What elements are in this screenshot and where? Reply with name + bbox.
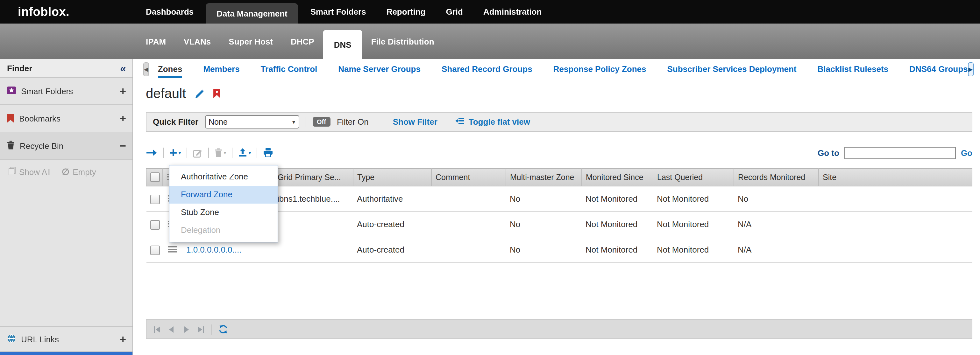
menu-item-stub-zone[interactable]: Stub Zone	[169, 204, 278, 221]
cell-monitored-since: Not Monitored	[582, 186, 653, 212]
goto-input[interactable]	[844, 147, 956, 159]
add-smart-folder-button[interactable]: +	[120, 86, 126, 97]
sidebar-item-smart-folders[interactable]: Smart Folders +	[0, 78, 132, 105]
cell-last-queried: Not Monitored	[653, 237, 734, 262]
subnav-super-host[interactable]: Super Host	[220, 36, 282, 46]
subnav-file-distribution[interactable]: File Distribution	[362, 36, 443, 46]
subnav-dhcp[interactable]: DHCP	[282, 36, 323, 46]
tab-dns64-groups[interactable]: DNS64 Groups	[909, 64, 968, 74]
row-checkbox[interactable]	[150, 194, 159, 204]
globe-icon	[7, 334, 16, 344]
sidebar-item-label: Smart Folders	[21, 86, 115, 96]
finder-sidebar: Finder « Smart Folders + Bookmarks + Rec	[0, 59, 133, 355]
cell-multi-master: No	[506, 212, 582, 237]
filter-off-toggle[interactable]: Off	[312, 117, 331, 127]
toggle-flat-view-link[interactable]: Toggle flat view	[455, 117, 530, 127]
add-url-link-button[interactable]: +	[120, 334, 126, 344]
refresh-icon[interactable]	[218, 325, 228, 334]
row-checkbox[interactable]	[150, 245, 159, 255]
cell-comment	[431, 186, 506, 212]
tab-response-policy-zones[interactable]: Response Policy Zones	[554, 64, 646, 74]
tab-traffic-control[interactable]: Traffic Control	[261, 64, 317, 74]
tabs-scroll-right-icon[interactable]: ▶	[968, 62, 974, 76]
delete-button[interactable]: ▾	[215, 148, 226, 157]
collapse-recycle-bin-button[interactable]: −	[120, 140, 126, 151]
subnav-ipam[interactable]: IPAM	[137, 36, 175, 46]
nav-reporting[interactable]: Reporting	[378, 0, 434, 24]
filter-on-label: Filter On	[337, 117, 369, 127]
content-tabstrip: ◀ Zones Members Traffic Control Name Ser…	[133, 59, 980, 79]
bookmark-flag-icon[interactable]	[213, 89, 220, 98]
cell-site	[819, 186, 972, 212]
subnav-vlans[interactable]: VLANs	[175, 36, 220, 46]
col-header-monitored-since[interactable]: Monitored Since	[582, 168, 653, 186]
sub-nav-bar: IPAM VLANs Super Host DHCP DNS File Dist…	[0, 24, 980, 59]
cell-site	[819, 212, 972, 237]
subnav-dns[interactable]: DNS	[323, 30, 362, 59]
add-bookmark-button[interactable]: +	[120, 113, 126, 124]
empty-recycle-bin-button[interactable]: ∅ Empty	[62, 167, 96, 176]
sidebar-item-bookmarks[interactable]: Bookmarks +	[0, 105, 132, 132]
cell-last-queried: Not Monitored	[653, 212, 734, 237]
go-button[interactable]: Go	[961, 148, 972, 157]
first-page-icon[interactable]	[153, 325, 161, 333]
tab-shared-record-groups[interactable]: Shared Record Groups	[442, 64, 532, 74]
row-menu-icon[interactable]	[168, 246, 177, 253]
row-checkbox[interactable]	[150, 220, 159, 229]
title-row: default	[133, 80, 980, 107]
col-header-site[interactable]: Site	[819, 168, 972, 186]
tabs: Zones Members Traffic Control Name Serve…	[158, 64, 968, 74]
nav-smart-folders[interactable]: Smart Folders	[302, 0, 374, 24]
previous-page-icon[interactable]	[167, 325, 176, 333]
import-export-button[interactable]: ▾	[239, 148, 251, 157]
tab-members[interactable]: Members	[203, 64, 239, 74]
zone-name-link[interactable]: 1.0.0.0.0.0.0....	[186, 245, 241, 255]
cell-records-monitored: No	[734, 186, 819, 212]
col-header-grid-primary[interactable]: Grid Primary Se...	[274, 168, 353, 186]
main-nav: Dashboards Data Management Smart Folders…	[138, 0, 550, 24]
collapse-sidebar-icon[interactable]: «	[120, 63, 126, 73]
restart-services-arrow-icon[interactable]	[146, 149, 157, 157]
col-header-last-queried[interactable]: Last Queried	[653, 168, 734, 186]
menu-item-delegation: Delegation	[169, 221, 278, 239]
nav-dashboards[interactable]: Dashboards	[138, 0, 202, 24]
caret-down-icon: ▾	[224, 150, 226, 155]
finder-title: Finder	[7, 63, 32, 73]
sidebar-item-label: URL Links	[21, 334, 115, 344]
sidebar-resize-strip[interactable]	[0, 352, 132, 355]
sidebar-item-url-links[interactable]: URL Links +	[0, 326, 132, 352]
quick-filter-label: Quick Filter	[153, 117, 198, 127]
col-header-records-monitored[interactable]: Records Monitored	[734, 168, 819, 186]
tab-zones[interactable]: Zones	[158, 64, 183, 74]
edit-button[interactable]	[193, 148, 203, 157]
tab-blacklist-rulesets[interactable]: Blacklist Rulesets	[818, 64, 889, 74]
menu-item-authoritative-zone[interactable]: Authoritative Zone	[169, 168, 278, 186]
select-all-checkbox[interactable]	[150, 173, 160, 182]
content-spacer	[133, 263, 980, 319]
cell-site	[819, 237, 972, 262]
show-all-button[interactable]: Show All	[8, 166, 51, 177]
goto-label: Go to	[818, 148, 839, 157]
tabs-scroll-left-icon[interactable]: ◀	[143, 62, 149, 76]
nav-data-management[interactable]: Data Management	[206, 3, 298, 24]
nav-administration[interactable]: Administration	[475, 0, 550, 24]
last-page-icon[interactable]	[197, 325, 205, 333]
col-header-comment[interactable]: Comment	[431, 168, 506, 186]
show-filter-link[interactable]: Show Filter	[393, 117, 438, 127]
empty-slash-icon: ∅	[62, 167, 69, 176]
tab-subscriber-services-deployment[interactable]: Subscriber Services Deployment	[667, 64, 796, 74]
add-button[interactable]: + ▾	[169, 146, 181, 159]
col-header-type[interactable]: Type	[353, 168, 431, 186]
next-page-icon[interactable]	[182, 325, 190, 333]
sidebar-item-recycle-bin[interactable]: Recycle Bin −	[0, 132, 132, 160]
tab-name-server-groups[interactable]: Name Server Groups	[338, 64, 421, 74]
menu-item-forward-zone[interactable]: Forward Zone	[169, 186, 278, 204]
quick-filter-select[interactable]: None ▾	[205, 115, 299, 128]
nav-grid[interactable]: Grid	[438, 0, 471, 24]
print-button[interactable]	[263, 148, 274, 157]
edit-title-pencil-icon[interactable]	[195, 89, 204, 98]
sidebar-spacer	[0, 184, 132, 326]
toggle-flat-view-label: Toggle flat view	[469, 117, 530, 127]
col-header-multi-master[interactable]: Multi-master Zone	[506, 168, 582, 186]
cell-multi-master: No	[506, 186, 582, 212]
